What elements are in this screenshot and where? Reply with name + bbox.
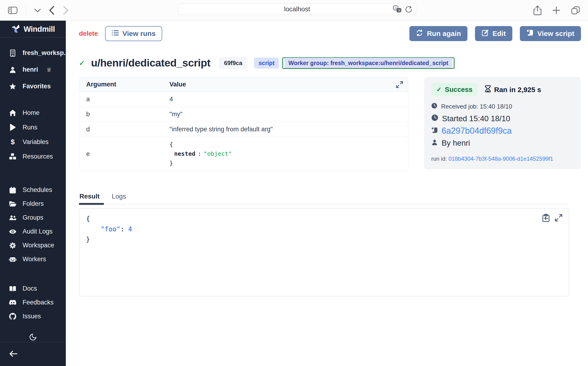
home-label: Home — [23, 109, 39, 116]
sidebar-item-audit-logs[interactable]: Audit Logs — [0, 225, 66, 238]
by-line: By henri — [431, 139, 574, 147]
forward-icon — [63, 6, 69, 15]
sidebar-item-workers[interactable]: Workers — [0, 252, 66, 266]
job-hash-line: 6a297b04df69f9ca — [431, 126, 574, 136]
sidebar-item-runs[interactable]: Runs — [0, 120, 66, 135]
workspace-settings-label: Workspace — [23, 242, 54, 249]
expand-table-icon[interactable] — [396, 81, 403, 90]
job-id-link[interactable]: 6a297b04df69f9ca — [441, 126, 512, 136]
eye-icon — [9, 229, 16, 235]
started-line: Started 15:40 18/10 — [431, 114, 574, 123]
sidebar-divider — [0, 37, 66, 38]
table-row: d "inferred type string from default arg… — [79, 122, 408, 137]
collapse-sidebar-icon[interactable] — [9, 350, 18, 358]
users-icon — [9, 214, 16, 221]
share-icon[interactable] — [534, 5, 542, 15]
received-line: Received job: 15:40 18/10 — [431, 103, 574, 110]
sidebar-item-schedules[interactable]: Schedules — [0, 183, 66, 197]
result-json: { "foo":4 } — [86, 214, 562, 245]
arguments-table: Argument Value a 4 b "my" — [79, 77, 408, 171]
windmill-logo[interactable]: Windmill — [0, 21, 66, 37]
worker-group-highlight-box: Worker group: fresh_workspace:u/henri/de… — [282, 57, 454, 69]
run-toolbar: delete View runs — [79, 26, 581, 41]
column-argument: Argument — [79, 81, 170, 88]
reload-icon[interactable] — [405, 5, 412, 13]
play-icon — [9, 124, 16, 131]
chevron-down-icon[interactable] — [35, 8, 41, 12]
translate-icon[interactable]: A 文 — [393, 5, 401, 13]
sidebar-item-docs[interactable]: Docs — [0, 282, 66, 296]
back-icon[interactable] — [49, 6, 55, 15]
boxes-icon — [9, 153, 16, 160]
expand-result-icon[interactable] — [555, 214, 563, 223]
main-content: delete View runs — [66, 21, 588, 366]
edit-pencil-icon — [481, 29, 489, 38]
sidebar-item-issues[interactable]: Issues — [0, 309, 66, 323]
tabs-overview-icon[interactable] — [571, 6, 580, 15]
sidebar-item-user[interactable]: henri ♕ — [0, 61, 66, 78]
groups-label: Groups — [23, 214, 44, 221]
dark-mode-toggle[interactable] — [29, 333, 37, 342]
address-bar[interactable]: localhost A 文 — [178, 4, 416, 15]
view-runs-button[interactable]: View runs — [105, 26, 162, 41]
refresh-icon — [416, 29, 423, 38]
sidebar-item-workspace-name[interactable]: fresh_worksp... — [0, 45, 66, 61]
sidebar-item-groups[interactable]: Groups — [0, 211, 66, 225]
page-title: u/henri/dedicated_script — [91, 57, 210, 69]
delete-button[interactable]: delete — [79, 30, 98, 37]
clock-icon — [431, 114, 438, 123]
clock-icon — [431, 103, 437, 110]
hourglass-icon — [485, 85, 491, 94]
scroll-icon — [526, 29, 534, 38]
docs-label: Docs — [23, 285, 37, 292]
schedules-label: Schedules — [23, 186, 52, 194]
json-object-viewer: { nested:"object" } — [170, 137, 408, 171]
new-tab-icon[interactable] — [552, 6, 560, 14]
user-icon — [431, 139, 438, 147]
table-row: b "my" — [79, 107, 408, 122]
sidebar-item-workspace-settings[interactable]: Workspace — [0, 238, 66, 252]
robot-icon — [9, 256, 16, 263]
page-header: ✓ u/henri/dedicated_script 69f9ca script… — [79, 57, 581, 69]
run-id-link[interactable]: 018b4304-7b3f-548a-9006-d1e1452599f1 — [449, 155, 553, 162]
run-again-button[interactable]: Run again — [409, 26, 467, 41]
sidebar-item-feedbacks[interactable]: Feedbacks — [0, 296, 66, 309]
edit-button[interactable]: Edit — [475, 26, 512, 41]
sidebar-item-resources[interactable]: Resources — [0, 149, 66, 164]
url-text[interactable]: localhost — [284, 5, 310, 13]
toolbar-separator — [26, 6, 26, 15]
user-name: henri — [23, 66, 38, 73]
job-info-panel: ✓ Success Ran in 2,925 s Received job: — [424, 77, 581, 169]
table-header: Argument Value — [79, 77, 408, 92]
github-icon — [9, 313, 16, 320]
list-icon — [112, 30, 119, 38]
tab-logs[interactable]: Logs — [111, 193, 128, 204]
svg-text:文: 文 — [398, 9, 401, 12]
calendar-icon — [9, 187, 16, 194]
sidebar-item-home[interactable]: Home — [0, 106, 66, 120]
brand-name: Windmill — [23, 25, 55, 34]
sidebar: Windmill fresh_worksp... — [0, 21, 66, 366]
workers-label: Workers — [23, 256, 46, 263]
scroll-icon — [431, 126, 438, 136]
browser-toolbar: localhost A 文 — [0, 0, 588, 21]
star-icon — [9, 83, 16, 90]
view-script-button[interactable]: View script — [520, 26, 581, 41]
issues-label: Issues — [23, 313, 41, 320]
dollar-icon: $ — [9, 138, 16, 145]
copy-to-clipboard-icon[interactable] — [542, 214, 550, 223]
folder-icon — [9, 201, 16, 207]
status-badge: ✓ Success — [431, 83, 478, 96]
audit-logs-label: Audit Logs — [23, 228, 53, 235]
run-id-line: run id: 018b4304-7b3f-548a-9006-d1e14525… — [431, 155, 574, 162]
table-row: a 4 — [79, 92, 408, 107]
tab-result[interactable]: Result — [79, 193, 101, 204]
runs-label: Runs — [23, 124, 37, 131]
sidebar-item-folders[interactable]: Folders — [0, 197, 66, 211]
result-tabs: Result Logs — [79, 193, 569, 204]
sidebar-item-variables[interactable]: $ Variables — [0, 135, 66, 149]
sidebar-item-favorites[interactable]: Favorites — [0, 78, 66, 95]
sidebar-toggle-icon[interactable] — [8, 7, 17, 14]
result-viewer: { "foo":4 } — [79, 208, 569, 297]
discord-icon — [9, 299, 16, 306]
